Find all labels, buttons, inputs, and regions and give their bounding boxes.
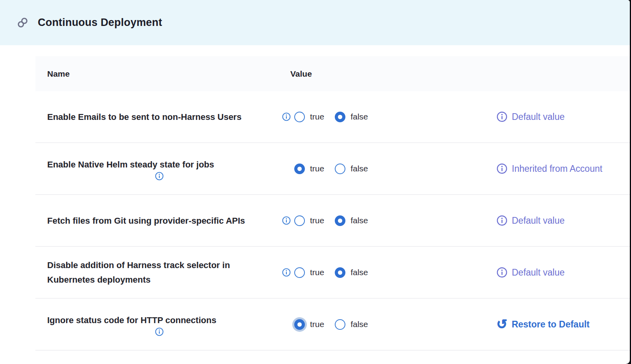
- info-icon[interactable]: [282, 112, 291, 121]
- value-cell: true false: [279, 267, 496, 278]
- table-row: Ignore status code for HTTP connections …: [35, 299, 630, 351]
- status-label: Default value: [512, 266, 565, 279]
- status-cell: Default value: [496, 110, 630, 123]
- radio-true-control[interactable]: [294, 267, 305, 278]
- radio-false-label: false: [351, 112, 368, 121]
- radio-false-label: false: [351, 320, 368, 329]
- table-row: Disable addition of Harness track select…: [35, 247, 630, 299]
- radio-option-true[interactable]: true: [294, 164, 324, 174]
- radio-true-label: true: [310, 112, 324, 121]
- status-label: Default value: [512, 214, 565, 227]
- column-header-value: Value: [279, 69, 312, 79]
- page-title: Continuous Deployment: [38, 17, 162, 29]
- radio-true-control[interactable]: [294, 215, 305, 226]
- link-icon[interactable]: [17, 17, 29, 29]
- setting-name: Fetch files from Git using provider-spec…: [47, 216, 245, 226]
- status-label: Inherited from Account: [512, 162, 602, 175]
- radio-option-false[interactable]: false: [335, 164, 368, 174]
- info-icon[interactable]: [282, 268, 291, 277]
- info-icon[interactable]: [51, 327, 268, 336]
- radio-false-control[interactable]: [335, 112, 345, 122]
- radio-true-control[interactable]: [294, 164, 305, 174]
- radio-true-label: true: [310, 164, 324, 173]
- table-header-row: Name Value: [35, 56, 630, 91]
- status-info: Inherited from Account: [496, 162, 602, 175]
- value-cell: true false: [279, 319, 496, 330]
- status-label: Default value: [512, 110, 565, 123]
- info-icon[interactable]: [496, 267, 507, 278]
- info-icon[interactable]: [282, 216, 291, 225]
- value-cell: true false: [279, 164, 496, 174]
- radio-false-label: false: [351, 268, 368, 277]
- table-row: Enable Emails to be sent to non-Harness …: [35, 91, 630, 143]
- radio-false-control[interactable]: [335, 267, 345, 278]
- status-cell: Default value: [496, 266, 630, 279]
- status-cell: Inherited from Account: [496, 162, 630, 175]
- radio-false-control[interactable]: [335, 215, 345, 226]
- radio-option-false[interactable]: false: [335, 267, 368, 278]
- settings-panel: Continuous Deployment Name Value Enable …: [0, 0, 630, 364]
- status-cell: ↺ Restore to Default: [496, 318, 630, 331]
- radio-true-control[interactable]: [294, 319, 305, 330]
- radio-option-true[interactable]: true: [294, 319, 324, 330]
- radio-false-label: false: [351, 216, 368, 225]
- restore-to-default-link[interactable]: ↺ Restore to Default: [496, 318, 590, 331]
- setting-name: Enable Native Helm steady state for jobs: [47, 160, 214, 169]
- name-cell: Fetch files from Git using provider-spec…: [35, 206, 279, 235]
- column-header-name: Name: [35, 69, 279, 79]
- table-row: Enable Native Helm steady state for jobs…: [35, 143, 630, 195]
- icon-slot: [282, 320, 291, 329]
- name-cell: Disable addition of Harness track select…: [35, 251, 279, 294]
- value-cell: true false: [279, 215, 496, 226]
- radio-option-false[interactable]: false: [335, 319, 368, 330]
- radio-true-control[interactable]: [294, 112, 305, 122]
- radio-true-label: true: [310, 216, 324, 225]
- table-body: Enable Emails to be sent to non-Harness …: [35, 91, 630, 351]
- info-icon[interactable]: [51, 172, 268, 180]
- icon-slot: [282, 112, 291, 121]
- radio-option-false[interactable]: false: [335, 215, 368, 226]
- icon-slot: [282, 216, 291, 225]
- setting-name: Ignore status code for HTTP connections: [47, 315, 216, 325]
- status-info: Default value: [496, 266, 565, 279]
- setting-name: Enable Emails to be sent to non-Harness …: [47, 112, 242, 122]
- radio-false-label: false: [351, 164, 368, 173]
- settings-table: Name Value Enable Emails to be sent to n…: [35, 56, 630, 351]
- radio-option-false[interactable]: false: [335, 112, 368, 122]
- status-info: Default value: [496, 110, 565, 123]
- radio-option-true[interactable]: true: [294, 267, 324, 278]
- table-row: Fetch files from Git using provider-spec…: [35, 195, 630, 247]
- info-icon[interactable]: [496, 163, 507, 174]
- name-cell: Ignore status code for HTTP connections: [35, 306, 279, 343]
- section-header: Continuous Deployment: [0, 0, 630, 45]
- radio-option-true[interactable]: true: [294, 112, 324, 122]
- radio-false-control[interactable]: [335, 164, 345, 174]
- info-icon[interactable]: [496, 215, 507, 226]
- status-info: Default value: [496, 214, 565, 227]
- radio-false-control[interactable]: [335, 319, 345, 330]
- name-cell: Enable Emails to be sent to non-Harness …: [35, 103, 279, 131]
- radio-true-label: true: [310, 268, 324, 277]
- icon-slot: [282, 164, 291, 173]
- setting-name: Disable addition of Harness track select…: [47, 260, 230, 285]
- value-cell: true false: [279, 112, 496, 122]
- radio-option-true[interactable]: true: [294, 215, 324, 226]
- status-cell: Default value: [496, 214, 630, 227]
- restore-icon[interactable]: ↺: [496, 319, 507, 330]
- status-label: Restore to Default: [512, 318, 590, 331]
- radio-true-label: true: [310, 320, 324, 329]
- name-cell: Enable Native Helm steady state for jobs: [35, 150, 279, 188]
- info-icon[interactable]: [496, 111, 507, 122]
- icon-slot: [282, 268, 291, 277]
